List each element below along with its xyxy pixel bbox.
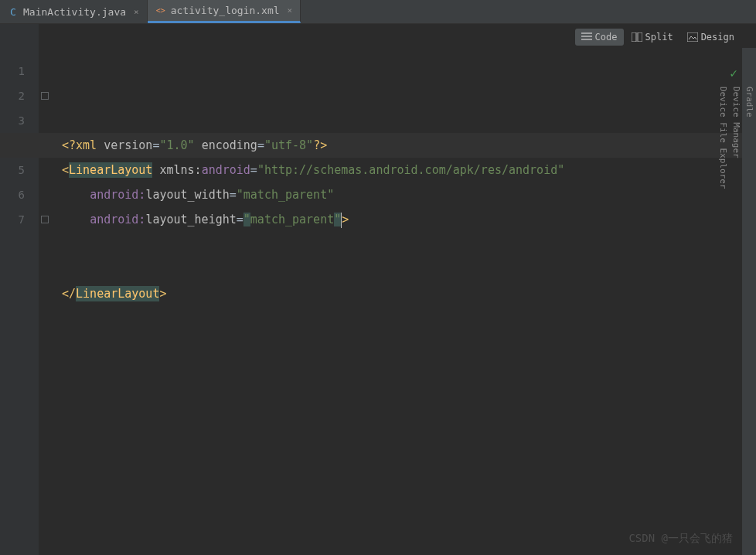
svg-rect-2 [687,32,698,42]
tag-linearlayout: LinearLayout [69,162,152,178]
svg-rect-0 [632,32,636,42]
java-icon: C [8,6,19,17]
tab-main-activity[interactable]: C MainActivity.java × [0,0,148,23]
tab-activity-login[interactable]: <> activity_login.xml × [148,0,301,23]
line-number[interactable]: 3 [0,108,25,133]
watermark: CSDN @一只会飞的猪 [628,532,733,546]
line-number[interactable]: 1 [0,59,25,83]
close-icon[interactable]: × [284,5,293,15]
tabs-bar: C MainActivity.java × <> activity_login.… [0,0,756,24]
code-view-button[interactable]: Code [575,29,624,46]
code-area[interactable]: ✓ <?xml version="1.0" encoding="utf-8"?>… [39,24,756,555]
list-icon [581,32,592,42]
xml-icon: <> [155,5,166,16]
design-view-button[interactable]: Design [681,29,741,46]
split-view-button[interactable]: Split [625,29,679,46]
tab-label: activity_login.xml [171,5,280,16]
svg-rect-1 [638,32,642,42]
line-number[interactable]: 6 [0,182,25,207]
gutter: 1 2 3 4 5 6 7 [0,24,39,555]
line-number[interactable]: 7 [0,207,25,232]
image-icon [687,32,698,42]
tag-linearlayout-close: LinearLayout [76,286,159,301]
line-number[interactable]: 2 [0,83,25,108]
editor-container: 1 2 3 4 5 6 7 ✓ <?xml version="1.0" enco… [0,24,756,555]
view-switcher: Code Split Design [575,29,741,46]
line-number[interactable]: 5 [0,158,25,182]
split-icon [632,32,642,42]
tab-label: MainActivity.java [23,6,126,18]
close-icon[interactable]: × [131,7,139,17]
